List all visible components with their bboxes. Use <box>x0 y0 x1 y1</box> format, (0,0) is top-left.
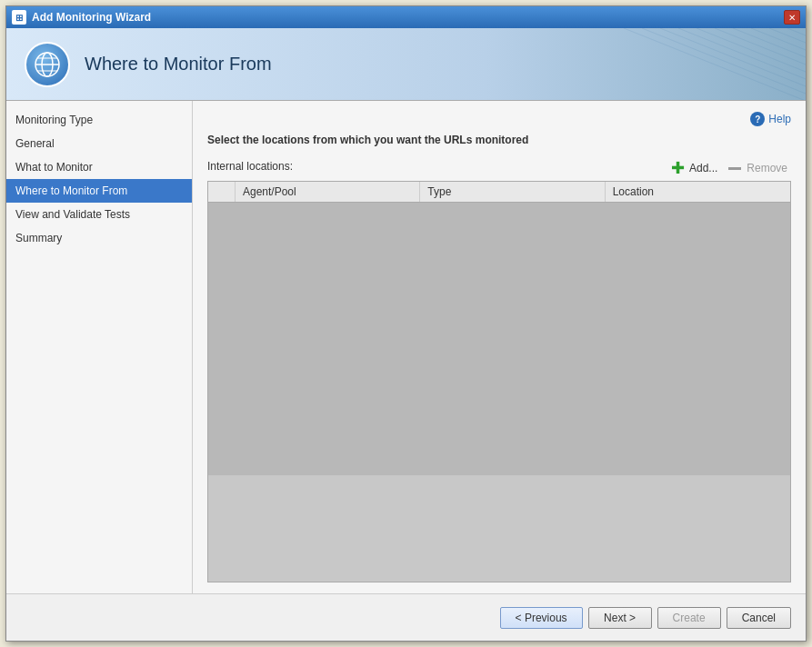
sidebar-item-what-to-monitor[interactable]: What to Monitor <box>6 155 192 179</box>
sidebar-item-general[interactable]: General <box>6 132 192 155</box>
svg-line-11 <box>733 28 806 57</box>
window-icon: ⊞ <box>12 10 26 25</box>
sidebar-item-summary[interactable]: Summary <box>6 226 192 250</box>
remove-label: Remove <box>747 162 787 174</box>
svg-line-14 <box>787 28 806 35</box>
title-bar: ⊞ Add Monitoring Wizard ✕ <box>6 6 806 28</box>
header-banner: Where to Monitor From <box>6 28 806 101</box>
instruction-text: Select the locations from which you want… <box>207 134 791 146</box>
header-title: Where to Monitor From <box>85 54 272 75</box>
globe-icon <box>34 51 61 78</box>
header-icon <box>25 42 70 87</box>
help-icon: ? <box>750 112 765 126</box>
svg-line-8 <box>678 28 806 79</box>
sidebar-item-where-to-monitor[interactable]: Where to Monitor From <box>6 179 192 203</box>
remove-button[interactable]: Remove <box>725 160 791 176</box>
toolbar-buttons: ✚ Add... Remove <box>667 159 791 177</box>
help-link[interactable]: ? Help <box>750 112 791 126</box>
title-bar-left: ⊞ Add Monitoring Wizard <box>12 10 151 25</box>
th-location: Location <box>606 182 790 202</box>
table-header: Agent/Pool Type Location <box>208 182 790 203</box>
next-button[interactable]: Next > <box>588 607 652 629</box>
table-body <box>208 203 790 475</box>
help-row: ? Help <box>207 112 791 126</box>
svg-line-9 <box>697 28 806 72</box>
sidebar-item-monitoring-type[interactable]: Monitoring Type <box>6 108 192 132</box>
close-button[interactable]: ✕ <box>784 10 800 25</box>
svg-line-10 <box>715 28 806 65</box>
footer-area: < Previous Next > Create Cancel <box>6 593 806 641</box>
cancel-button[interactable]: Cancel <box>727 607 791 629</box>
body-area: Monitoring Type General What to Monitor … <box>6 101 806 593</box>
window-title: Add Monitoring Wizard <box>32 11 151 24</box>
add-label: Add... <box>689 162 717 174</box>
th-type: Type <box>420 182 605 202</box>
content-area: ? Help Select the locations from which y… <box>193 101 806 593</box>
previous-button[interactable]: < Previous <box>500 607 583 629</box>
th-checkbox <box>208 182 236 202</box>
header-pattern <box>624 28 806 101</box>
sidebar: Monitoring Type General What to Monitor … <box>6 101 193 593</box>
th-agent-pool: Agent/Pool <box>236 182 420 202</box>
svg-line-6 <box>642 28 806 94</box>
add-icon: ✚ <box>671 161 686 175</box>
toolbar-row: Internal locations: ✚ Add... Remove <box>207 159 791 177</box>
wizard-window: ⊞ Add Monitoring Wizard ✕ Where to Monit… <box>5 5 807 642</box>
svg-line-13 <box>769 28 806 43</box>
add-button[interactable]: ✚ Add... <box>667 159 721 177</box>
svg-line-7 <box>660 28 806 86</box>
internal-locations-label: Internal locations: <box>207 160 293 173</box>
remove-icon <box>728 167 741 170</box>
create-button[interactable]: Create <box>657 607 721 629</box>
help-label: Help <box>768 113 791 125</box>
table-container: Agent/Pool Type Location <box>207 181 791 582</box>
sidebar-item-view-validate[interactable]: View and Validate Tests <box>6 203 192 226</box>
